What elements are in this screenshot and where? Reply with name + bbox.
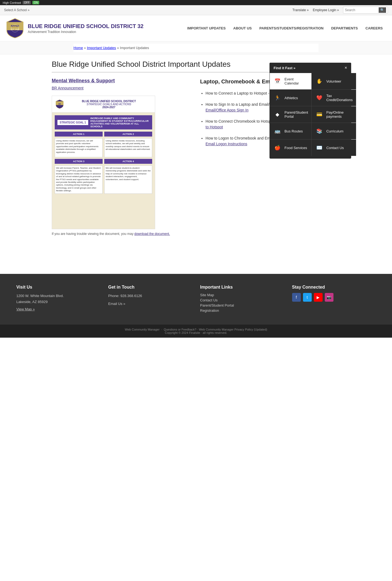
calendar-icon: 📅 (273, 77, 282, 86)
curriculum-icon: 📚 (315, 127, 324, 135)
fif-parent-student-portal[interactable]: ◆ Parent/Student Portal (270, 106, 311, 123)
doc-years: 2024-2027 (66, 106, 152, 109)
doc-goal-label: STRATEGIC GOAL 1 (57, 120, 88, 125)
fif-contact-us-label: Contact Us (326, 146, 344, 150)
footer-important-links: Important Links Site Map Contact Us Pare… (200, 285, 284, 314)
doc-body: STRATEGIC GOAL 1 INCREASE FAMILY AND COM… (52, 113, 155, 229)
high-contrast-on[interactable]: ON (32, 1, 39, 4)
school-name: BLUE RIDGE UNIFIED SCHOOL DISTRICT 32 (28, 23, 143, 29)
youtube-icon[interactable]: ▶ (314, 293, 323, 302)
find-it-fast-panel: Find it Fast » × 📅 Event Calendar ✋ Volu… (270, 63, 351, 159)
doc-action-4-text: We will increase student-to-student ment… (104, 165, 152, 194)
footer-address-1: 1200 W. White Mountain Blvd. (16, 293, 100, 299)
footer-copyright: Copyright © 2024 Finalsite · all rights … (165, 331, 227, 334)
doc-action-1-label: ACTION 1 (55, 132, 103, 137)
high-contrast-off[interactable]: OFF (23, 1, 31, 4)
doc-goal-header: STRATEGIC GOAL 1 INCREASE FAMILY AND COM… (55, 115, 152, 129)
fif-curriculum-label: Curriculum (326, 129, 344, 133)
breadcrumb-current: Important Updates (120, 46, 149, 50)
fif-curriculum[interactable]: 📚 Curriculum (312, 123, 356, 139)
footer-visit-us: Visit Us 1200 W. White Mountain Blvd. La… (16, 285, 100, 314)
doc-action-2-label: ACTION 2 (104, 132, 152, 137)
volunteer-icon: ✋ (315, 77, 324, 86)
employee-login-link[interactable]: Employee Login » (313, 8, 339, 12)
utility-right: Translate » Employee Login » 🔍 (292, 7, 388, 14)
instagram-icon[interactable]: 📷 (325, 293, 333, 302)
fif-tax-credit[interactable]: ❤️ Tax Credit/Donations (312, 90, 356, 106)
nav-parents-students[interactable]: PARENTS/STUDENTS/REGISTRATION (256, 23, 327, 33)
doc-action-2-text: Using district media resources, includin… (104, 138, 152, 157)
footer-address-2: Lakeside, AZ 85929 (16, 299, 100, 305)
breadcrumb: Home » Important Updates » Important Upd… (74, 44, 318, 52)
fif-pay-online[interactable]: 💳 Pay/Online payments (312, 106, 356, 123)
fif-tax-credit-label: Tax Credit/Donations (326, 94, 353, 102)
fif-volunteer-label: Volunteer (326, 79, 341, 83)
translate-link[interactable]: Translate » (292, 8, 309, 12)
fif-volunteer[interactable]: ✋ Volunteer (312, 73, 356, 89)
footer-view-map-link[interactable]: View Map » (16, 307, 35, 311)
doc-download-text: If you are having trouble viewing the do… (52, 232, 192, 236)
breadcrumb-home[interactable]: Home (74, 46, 83, 50)
search-input[interactable] (345, 8, 378, 12)
svg-text:EST 1945: EST 1945 (11, 28, 19, 30)
fif-bus-routes-label: Bus Routes (284, 129, 303, 133)
fif-event-calendar-label: Event Calendar (284, 77, 308, 85)
nav-important-updates[interactable]: IMPORTANT UPDATES (183, 23, 229, 33)
find-it-fast-close[interactable]: × (345, 65, 347, 70)
mental-wellness-link[interactable]: Mental Wellness & Support (52, 78, 115, 83)
nav-about-us[interactable]: ABOUT US (229, 23, 256, 33)
athletics-icon: 🏃 (273, 93, 282, 102)
doc-action-1-text: Using district media resources, we will … (55, 138, 103, 157)
document-embed: BR BLUE RIDGE UNIFIED SCHOOL DISTRICT ST… (52, 96, 155, 229)
footer-parent-portal[interactable]: Parent/Student Portal (200, 303, 284, 307)
logo-text-block: BLUE RIDGE UNIFIED SCHOOL DISTRICT 32 Ac… (28, 23, 143, 34)
fif-bus-routes[interactable]: 🚌 Bus Routes (270, 123, 311, 139)
footer-main: Visit Us 1200 W. White Mountain Blvd. La… (0, 274, 392, 325)
fif-athletics[interactable]: 🏃 Athletics (270, 90, 311, 106)
social-icons: f t ▶ 📷 (292, 293, 376, 302)
utility-bar: Select A School » Translate » Employee L… (0, 5, 392, 15)
facebook-icon[interactable]: f (292, 293, 301, 302)
footer-bottom-text: Questions or Feedback? · Web Community M… (164, 328, 267, 331)
doc-header: BR BLUE RIDGE UNIFIED SCHOOL DISTRICT ST… (52, 96, 155, 113)
twitter-icon[interactable]: t (303, 293, 312, 302)
footer-phone: Phone: 928.368.6126 (108, 293, 192, 299)
fif-athletics-label: Athletics (284, 96, 298, 100)
fif-food-services[interactable]: 🍎 Food Services (270, 140, 311, 156)
nav-departments[interactable]: DEPARTMENTS (327, 23, 362, 33)
doc-download-link[interactable]: download the document. (134, 232, 170, 236)
fif-food-services-label: Food Services (284, 146, 307, 150)
footer-get-in-touch: Get in Touch Phone: 928.368.6126 Email U… (108, 285, 192, 314)
footer-stay-connected: Stay Connected f t ▶ 📷 (292, 285, 376, 314)
br-announcement-link[interactable]: BR Announcement (52, 86, 192, 90)
high-contrast-bar: High Contrast OFF ON (0, 0, 392, 5)
doc-title: BLUE RIDGE UNIFIED SCHOOL DISTRICT (66, 100, 152, 103)
footer-bottom: Web Community Manager · Questions or Fee… (0, 325, 392, 338)
footer-email-link[interactable]: Email Us » (108, 302, 192, 306)
fif-contact-us[interactable]: ✉️ Contact Us (312, 140, 356, 156)
nav-careers[interactable]: CAREERS (362, 23, 387, 33)
footer-links-title: Important Links (200, 285, 284, 290)
fif-portal-label: Parent/Student Portal (284, 110, 308, 119)
doc-action-4-label: ACTION 4 (104, 159, 152, 164)
doc-action-3-text: We will increase Parent, Teacher, and St… (55, 165, 103, 194)
find-it-fast-header: Find it Fast » × (270, 63, 351, 73)
logo-shield: BРУSD EST 1945 (5, 18, 24, 38)
footer-visit-title: Visit Us (16, 285, 100, 290)
search-box: 🔍 (343, 7, 388, 14)
left-column: Mental Wellness & Support BR Announcemen… (52, 78, 192, 236)
footer-registration[interactable]: Registration (200, 308, 284, 313)
portal-icon: ◆ (273, 110, 282, 119)
select-school[interactable]: Select A School » (4, 8, 29, 12)
footer-contact-us[interactable]: Contact Us (200, 298, 284, 302)
fif-pay-online-label: Pay/Online payments (326, 110, 353, 119)
breadcrumb-important-updates-1[interactable]: Important Updates (87, 46, 116, 50)
fif-event-calendar[interactable]: 📅 Event Calendar (270, 73, 311, 89)
footer-contact-title: Get in Touch (108, 285, 192, 290)
search-button[interactable]: 🔍 (379, 7, 386, 13)
footer-wcm-label: Web Community Manager (125, 328, 160, 331)
school-tagline: Achievement Tradition Innovation (28, 30, 143, 34)
footer-site-map[interactable]: Site Map (200, 293, 284, 297)
tax-credit-icon: ❤️ (315, 93, 324, 102)
doc-subtitle: STRATEGIC GOALS AND ACTIONS (66, 103, 152, 106)
